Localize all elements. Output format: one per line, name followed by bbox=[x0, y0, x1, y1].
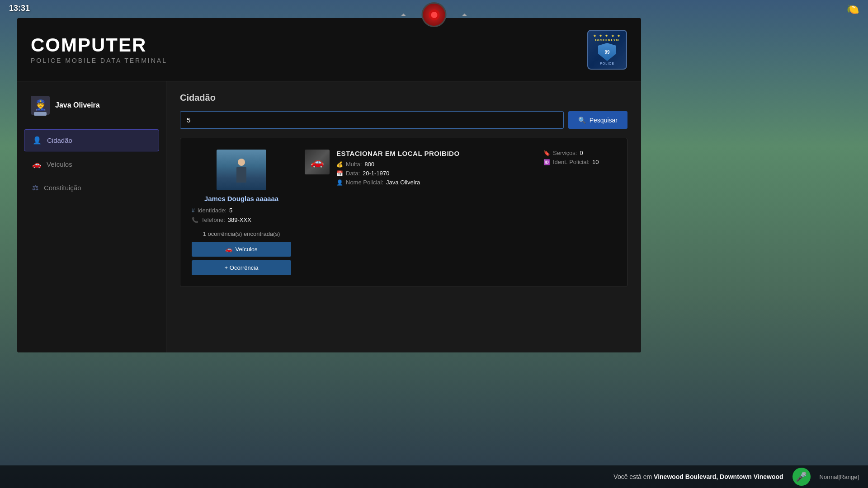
servicos-icon: 🔖 bbox=[543, 150, 550, 156]
person-photo-placeholder bbox=[217, 150, 266, 190]
main-action-icon[interactable] bbox=[422, 2, 447, 27]
main-content: Cidadão 🔍 Pesquisar bbox=[166, 81, 641, 352]
person-figure bbox=[230, 159, 253, 190]
user-profile: 👮 Java Oliveira bbox=[24, 90, 159, 120]
nome-policial-label: Nome Policial: bbox=[346, 179, 383, 186]
servicos-value: 0 bbox=[580, 150, 583, 156]
phone-icon: 📞 bbox=[192, 217, 198, 223]
location-text: Você está em Vinewood Boulevard, Downtow… bbox=[613, 473, 783, 480]
person-details: # Identidade: 5 📞 Telefone: 389-XXX bbox=[192, 207, 291, 226]
person-name: James Douglas aaaaaa bbox=[204, 195, 278, 202]
chevron-up-left-icon[interactable] bbox=[395, 6, 413, 24]
action-buttons: 🚗 Veículos + Ocorrência bbox=[192, 242, 291, 275]
user-icon: 👤 bbox=[336, 179, 343, 186]
range-text: Normal[Range] bbox=[820, 474, 859, 480]
title-block: COMPUTER POLICE MOBILE DATA TERMINAL bbox=[31, 35, 167, 64]
identity-label: Identidade: bbox=[198, 207, 226, 214]
top-center-controls bbox=[395, 2, 474, 27]
ident-icon: 🆔 bbox=[543, 159, 550, 165]
badge-stars: ★ ★ ★ ★ ★ bbox=[593, 34, 621, 38]
section-title: Cidadão bbox=[180, 93, 627, 103]
badge-outer: ★ ★ ★ ★ ★ BROOKLYN 99 POLICE bbox=[587, 30, 627, 70]
nome-policial-value: Java Oliveira bbox=[386, 179, 420, 186]
results-card: James Douglas aaaaaa # Identidade: 5 📞 T… bbox=[180, 138, 627, 287]
constituicao-icon: ⚖ bbox=[32, 183, 38, 192]
location-prefix: Você está em bbox=[613, 473, 654, 480]
car-icon: 🚗 bbox=[225, 246, 232, 253]
identity-value: 5 bbox=[229, 207, 232, 214]
multa-row: 💰 Multa: 800 bbox=[336, 161, 537, 168]
multa-icon: 💰 bbox=[336, 161, 343, 168]
terminal-body: 👮 Java Oliveira 👤 Cidadão 🚗 Veículos ⚖ C… bbox=[17, 81, 641, 352]
person-section: James Douglas aaaaaa # Identidade: 5 📞 T… bbox=[192, 150, 291, 275]
occurrences-count: 1 ocorrência(s) encontrada(s) bbox=[203, 230, 280, 237]
identity-row: # Identidade: 5 bbox=[192, 207, 291, 214]
car-image: 🚗 bbox=[305, 150, 330, 174]
search-icon: 🔍 bbox=[578, 117, 586, 124]
terminal-title-sub: POLICE MOBILE DATA TERMINAL bbox=[31, 57, 167, 64]
terminal-window: COMPUTER POLICE MOBILE DATA TERMINAL ★ ★… bbox=[17, 18, 641, 352]
servicos-row: 🔖 Serviços: 0 bbox=[543, 150, 616, 156]
date-icon: 📅 bbox=[336, 170, 343, 177]
person-body bbox=[236, 167, 246, 183]
search-button[interactable]: 🔍 Pesquisar bbox=[568, 111, 627, 129]
police-badge: ★ ★ ★ ★ ★ BROOKLYN 99 POLICE bbox=[587, 29, 627, 70]
btn-occurrence-label: + Ocorrência bbox=[225, 264, 259, 271]
badge-brooklyn: BROOKLYN bbox=[595, 38, 619, 42]
sidebar-item-cidadao[interactable]: 👤 Cidadão bbox=[24, 129, 159, 151]
identity-icon: # bbox=[192, 207, 195, 214]
search-input[interactable] bbox=[180, 111, 564, 129]
bottom-status-bar: Você está em Vinewood Boulevard, Downtow… bbox=[0, 465, 868, 488]
violation-section: 🚗 ESTACIONAR EM LOCAL PROIBIDO 💰 Multa: … bbox=[305, 150, 616, 275]
sidebar-item-label-constituicao: Constituição bbox=[44, 184, 81, 192]
multa-label: Multa: bbox=[346, 161, 362, 168]
data-value: 20-1-1970 bbox=[363, 170, 389, 177]
sidebar-item-veiculos[interactable]: 🚗 Veículos bbox=[24, 154, 159, 175]
sidebar-item-constituicao[interactable]: ⚖ Constituição bbox=[24, 177, 159, 198]
veiculos-icon: 🚗 bbox=[32, 160, 41, 169]
violation-stats: 🔖 Serviços: 0 🆔 Ident. Policial: 10 bbox=[543, 150, 616, 165]
sidebar: 👮 Java Oliveira 👤 Cidadão 🚗 Veículos ⚖ C… bbox=[17, 81, 166, 352]
btn-vehicles-label: Veículos bbox=[235, 246, 257, 253]
servicos-label: Serviços: bbox=[553, 150, 577, 156]
location-value: Vinewood Boulevard, Downtown Vinewood bbox=[654, 473, 783, 480]
terminal-title-main: COMPUTER bbox=[31, 35, 167, 56]
ident-policial-row: 🆔 Ident. Policial: 10 bbox=[543, 159, 616, 165]
ident-policial-value: 10 bbox=[592, 159, 599, 165]
search-button-label: Pesquisar bbox=[590, 117, 618, 124]
violation-info: ESTACIONAR EM LOCAL PROIBIDO 💰 Multa: 80… bbox=[336, 150, 537, 188]
cidadao-icon: 👤 bbox=[33, 136, 42, 145]
data-label: Data: bbox=[346, 170, 360, 177]
violation-title: ESTACIONAR EM LOCAL PROIBIDO bbox=[336, 150, 537, 157]
ident-policial-label: Ident. Policial: bbox=[553, 159, 590, 165]
violation-photo: 🚗 bbox=[305, 150, 330, 174]
user-name: Java Oliveira bbox=[55, 101, 100, 109]
mic-button[interactable]: 🎤 bbox=[793, 468, 811, 486]
top-right-indicator: 🍋 bbox=[847, 4, 859, 15]
person-photo bbox=[217, 150, 266, 190]
phone-row: 📞 Telefone: 389-XXX bbox=[192, 216, 291, 223]
chevron-up-right-icon[interactable] bbox=[456, 6, 474, 24]
badge-shield: 99 bbox=[598, 43, 616, 61]
phone-label: Telefone: bbox=[201, 216, 225, 223]
multa-value: 800 bbox=[364, 161, 374, 168]
person-head bbox=[238, 159, 245, 166]
data-row: 📅 Data: 20-1-1970 bbox=[336, 170, 537, 177]
svg-point-1 bbox=[431, 12, 437, 18]
policial-row: 👤 Nome Policial: Java Oliveira bbox=[336, 179, 537, 186]
hud-time: 13:31 bbox=[9, 4, 30, 13]
search-bar: 🔍 Pesquisar bbox=[180, 111, 627, 129]
badge-police: POLICE bbox=[600, 62, 614, 65]
btn-vehicles[interactable]: 🚗 Veículos bbox=[192, 242, 291, 257]
sidebar-item-label-veiculos: Veículos bbox=[47, 160, 72, 168]
phone-value: 389-XXX bbox=[228, 216, 251, 223]
avatar-icon: 👮 bbox=[34, 99, 47, 111]
terminal-header: COMPUTER POLICE MOBILE DATA TERMINAL ★ ★… bbox=[17, 18, 641, 81]
btn-occurrence[interactable]: + Ocorrência bbox=[192, 260, 291, 275]
time-display: 13:31 bbox=[9, 4, 30, 13]
avatar: 👮 bbox=[31, 96, 50, 115]
badge-number: 99 bbox=[604, 50, 609, 55]
sidebar-item-label-cidadao: Cidadão bbox=[47, 136, 72, 144]
violation-header: 🚗 ESTACIONAR EM LOCAL PROIBIDO 💰 Multa: … bbox=[305, 150, 616, 188]
